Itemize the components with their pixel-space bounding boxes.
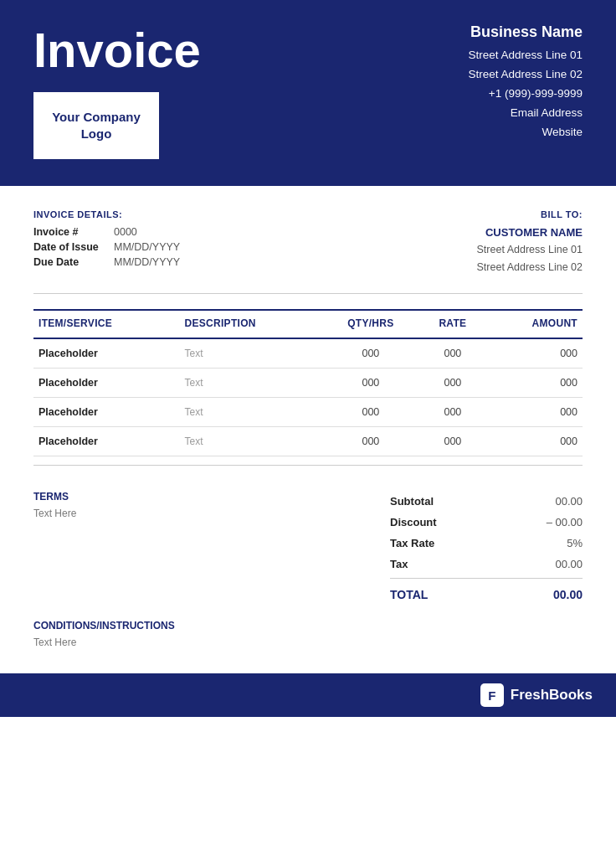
due-date-label: Due Date xyxy=(33,256,100,268)
conditions-label: CONDITIONS/INSTRUCTIONS xyxy=(33,620,583,631)
details-section: INVOICE DETAILS: Invoice # 0000 Date of … xyxy=(0,186,616,286)
totals-divider xyxy=(390,578,583,579)
item-name: Placeholder xyxy=(33,369,179,398)
item-amount: 000 xyxy=(485,427,583,456)
table-bottom-divider xyxy=(33,465,583,466)
date-of-issue-row: Date of Issue MM/DD/YYYY xyxy=(33,241,180,253)
item-description: Text xyxy=(179,398,321,427)
total-val: 00.00 xyxy=(553,588,583,601)
tax-rate-row: Tax Rate 5% xyxy=(390,533,583,554)
col-qty: QTY/HRS xyxy=(321,310,420,338)
item-rate: 000 xyxy=(420,427,485,456)
col-description: DESCRIPTION xyxy=(179,310,321,338)
freshbooks-name: FreshBooks xyxy=(511,687,593,704)
discount-val: – 00.00 xyxy=(547,516,583,528)
tax-val: 00.00 xyxy=(555,558,583,570)
invoice-number-val: 0000 xyxy=(114,226,137,238)
discount-label: Discount xyxy=(390,516,437,528)
invoice-number-label: Invoice # xyxy=(33,226,100,238)
bottom-section: TERMS Text Here Subtotal 00.00 Discount … xyxy=(0,474,616,620)
table-row: Placeholder Text 000 000 000 xyxy=(33,398,583,427)
freshbooks-brand: F FreshBooks xyxy=(480,683,593,707)
totals-col: Subtotal 00.00 Discount – 00.00 Tax Rate… xyxy=(390,491,583,603)
item-rate: 000 xyxy=(420,398,485,427)
bill-to-label: BILL TO: xyxy=(477,209,583,219)
terms-col: TERMS Text Here xyxy=(33,491,285,519)
subtotal-val: 00.00 xyxy=(555,495,583,508)
subtotal-row: Subtotal 00.00 xyxy=(390,491,583,512)
email: Email Address xyxy=(468,104,583,123)
freshbooks-icon: F xyxy=(480,683,504,707)
subtotal-label: Subtotal xyxy=(390,495,434,508)
bill-address-line1: Street Address Line 01 xyxy=(477,241,583,259)
conditions-section: CONDITIONS/INSTRUCTIONS Text Here xyxy=(0,620,616,673)
total-row: TOTAL 00.00 xyxy=(390,582,583,603)
date-of-issue-val: MM/DD/YYYY xyxy=(114,241,180,253)
address-line2: Street Address Line 02 xyxy=(468,65,583,85)
item-name: Placeholder xyxy=(33,398,179,427)
item-description: Text xyxy=(179,338,321,369)
section-divider xyxy=(33,293,583,294)
item-name: Placeholder xyxy=(33,338,179,369)
discount-row: Discount – 00.00 xyxy=(390,512,583,533)
phone: +1 (999)-999-9999 xyxy=(468,85,583,104)
item-rate: 000 xyxy=(420,369,485,398)
invoice-details-label: INVOICE DETAILS: xyxy=(33,209,180,219)
col-rate: RATE xyxy=(420,310,485,338)
col-amount: AMOUNT xyxy=(485,310,583,338)
customer-name: CUSTOMER NAME xyxy=(477,226,583,239)
terms-text: Text Here xyxy=(33,508,285,519)
business-name: Business Name xyxy=(468,23,583,41)
item-rate: 000 xyxy=(420,338,485,369)
items-table: ITEM/SERVICE DESCRIPTION QTY/HRS RATE AM… xyxy=(33,309,583,456)
tax-row: Tax 00.00 xyxy=(390,554,583,575)
table-header-row: ITEM/SERVICE DESCRIPTION QTY/HRS RATE AM… xyxy=(33,310,583,338)
table-row: Placeholder Text 000 000 000 xyxy=(33,338,583,369)
header-left: Invoice Your Company Logo xyxy=(33,23,201,159)
due-date-row: Due Date MM/DD/YYYY xyxy=(33,256,180,268)
total-label: TOTAL xyxy=(390,588,428,601)
item-amount: 000 xyxy=(485,398,583,427)
tax-rate-val: 5% xyxy=(567,537,583,549)
item-qty: 000 xyxy=(321,398,420,427)
header-right: Business Name Street Address Line 01 Str… xyxy=(468,23,583,142)
due-date-val: MM/DD/YYYY xyxy=(114,256,180,268)
date-of-issue-label: Date of Issue xyxy=(33,241,100,253)
item-amount: 000 xyxy=(485,338,583,369)
table-row: Placeholder Text 000 000 000 xyxy=(33,427,583,456)
bill-address-line2: Street Address Line 02 xyxy=(477,259,583,276)
bill-to: BILL TO: CUSTOMER NAME Street Address Li… xyxy=(477,209,583,277)
item-name: Placeholder xyxy=(33,427,179,456)
item-qty: 000 xyxy=(321,427,420,456)
item-description: Text xyxy=(179,369,321,398)
invoice-number-row: Invoice # 0000 xyxy=(33,226,180,238)
tax-rate-label: Tax Rate xyxy=(390,537,434,549)
company-logo: Your Company Logo xyxy=(33,92,159,159)
invoice-details: INVOICE DETAILS: Invoice # 0000 Date of … xyxy=(33,209,180,271)
footer: F FreshBooks xyxy=(0,673,616,717)
table-row: Placeholder Text 000 000 000 xyxy=(33,369,583,398)
item-qty: 000 xyxy=(321,369,420,398)
tax-label: Tax xyxy=(390,558,408,570)
invoice-title: Invoice xyxy=(33,23,201,77)
website: Website xyxy=(468,123,583,142)
conditions-text: Text Here xyxy=(33,637,583,648)
item-qty: 000 xyxy=(321,338,420,369)
item-description: Text xyxy=(179,427,321,456)
item-amount: 000 xyxy=(485,369,583,398)
terms-label: TERMS xyxy=(33,491,285,503)
col-item: ITEM/SERVICE xyxy=(33,310,179,338)
address-line1: Street Address Line 01 xyxy=(468,46,583,65)
header: Invoice Your Company Logo Business Name … xyxy=(0,0,616,186)
